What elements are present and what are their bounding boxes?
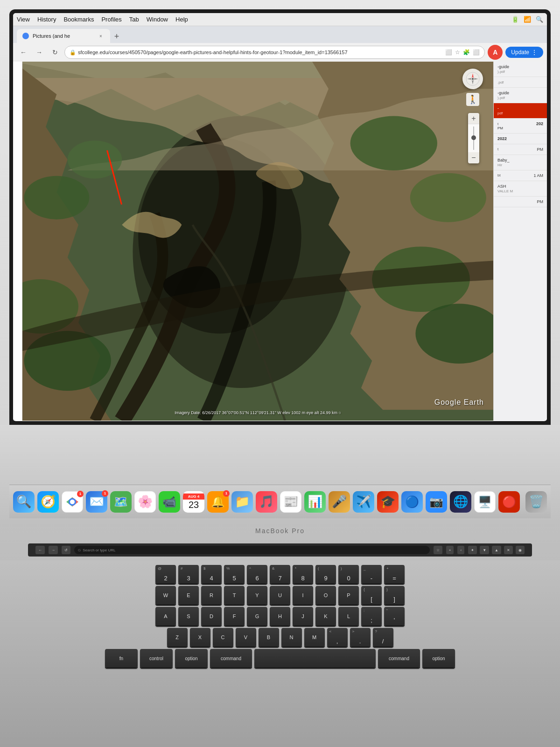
dock-numbers[interactable]: 📊 [304, 491, 326, 513]
dock-facetime[interactable]: 📹 [159, 491, 180, 513]
dock-files[interactable]: 📁 [231, 491, 253, 513]
sidebar-right-item-4[interactable]: t PM 202 [494, 119, 547, 134]
tb-search[interactable]: G Search or type URL [74, 546, 430, 554]
key-equals[interactable]: += [384, 565, 405, 584]
tb-back2[interactable]: ‹ [457, 546, 464, 554]
key-7[interactable]: &7 [270, 565, 290, 584]
dock-app-red[interactable]: 🔴 [498, 491, 520, 513]
dock-app-canvaspro[interactable]: ✈️ [353, 491, 374, 513]
key-cmd-left[interactable]: command [210, 649, 252, 668]
key-slash[interactable]: ?/ [373, 628, 393, 647]
profile-avatar[interactable]: A [488, 45, 503, 60]
key-option[interactable]: option [175, 649, 208, 668]
key-o[interactable]: O [315, 586, 336, 605]
key-s[interactable]: S [178, 607, 199, 626]
key-space[interactable] [254, 649, 376, 668]
key-a[interactable]: A [155, 607, 176, 626]
key-bracket-open[interactable]: {[ [361, 586, 382, 605]
dock-news[interactable]: 📰 [280, 491, 301, 513]
bookmark-icon[interactable]: ☆ [455, 49, 460, 56]
tb-newtab[interactable]: + [446, 546, 454, 554]
tb-favorite[interactable]: ☆ [434, 546, 442, 554]
street-view-person[interactable]: 🚶 [466, 93, 479, 106]
zoom-slider[interactable] [468, 124, 479, 152]
menu-profiles[interactable]: Profiles [101, 16, 121, 23]
sidebar-right-item-9[interactable]: ASH VALLE M [494, 181, 547, 197]
key-comma[interactable]: <, [327, 628, 348, 647]
key-option-right[interactable]: option [422, 649, 455, 668]
dock-safari[interactable]: 🧭 [37, 491, 59, 513]
key-f[interactable]: F [224, 607, 245, 626]
forward-button[interactable]: → [33, 46, 46, 59]
dock-trash[interactable]: 🗑️ [525, 491, 547, 513]
key-period[interactable]: >. [350, 628, 371, 647]
key-9[interactable]: (9 [315, 565, 336, 584]
key-8[interactable]: *8 [293, 565, 313, 584]
menu-history[interactable]: History [37, 16, 56, 23]
sidebar-right-item-6[interactable]: t PM [494, 144, 547, 155]
sidebar-right-item-3[interactable]: - pdf [494, 103, 547, 119]
menu-bookmarks[interactable]: Bookmarks [63, 16, 94, 23]
zoom-thumb[interactable] [471, 135, 476, 140]
key-h[interactable]: H [270, 607, 290, 626]
map-container[interactable]: 🚶 + − Google Earth I [22, 62, 493, 421]
refresh-button[interactable]: ↻ [49, 46, 62, 59]
key-x[interactable]: X [190, 628, 210, 647]
sidebar-right-item-8[interactable]: bt 1 AM [494, 170, 547, 181]
key-dash[interactable]: _- [361, 565, 382, 584]
dock-app-acrobat[interactable]: 🎓 [377, 491, 399, 513]
dock-zoom[interactable]: 📷 [426, 491, 447, 513]
menu-view[interactable]: View [17, 16, 30, 23]
key-z[interactable]: Z [167, 628, 188, 647]
active-tab[interactable]: Pictures (and he × [17, 29, 110, 43]
key-e[interactable]: E [178, 586, 199, 605]
menu-tab[interactable]: Tab [129, 16, 139, 23]
key-l[interactable]: L [338, 607, 359, 626]
menu-help[interactable]: Help [175, 16, 188, 23]
key-ctrl[interactable]: control [140, 649, 173, 668]
dock-keynote[interactable]: 🎤 [329, 491, 350, 513]
key-g[interactable]: G [247, 607, 267, 626]
key-semicolon[interactable]: :; [361, 607, 382, 626]
dock-reminders[interactable]: 🔔 1 [207, 491, 229, 513]
tab-close-button[interactable]: × [97, 32, 105, 40]
url-bar[interactable]: 🔒 sfcollege.edu/courses/450570/pages/goo… [64, 46, 485, 59]
key-i[interactable]: I [293, 586, 313, 605]
key-p[interactable]: P [338, 586, 359, 605]
key-3[interactable]: #3 [178, 565, 199, 584]
dock-mail[interactable]: ✉️ 1 [86, 491, 107, 513]
key-j[interactable]: J [293, 607, 313, 626]
key-n[interactable]: N [281, 628, 302, 647]
key-0[interactable]: )0 [338, 565, 359, 584]
new-tab-button[interactable]: + [110, 30, 123, 43]
dock-chrome[interactable]: 1 [62, 491, 83, 513]
key-k[interactable]: K [315, 607, 336, 626]
menu-window[interactable]: Window [147, 16, 168, 23]
tb-forward[interactable]: → [49, 546, 58, 554]
key-d[interactable]: D [201, 607, 222, 626]
key-2[interactable]: @2 [155, 565, 176, 584]
key-5[interactable]: %5 [224, 565, 245, 584]
key-b[interactable]: B [259, 628, 279, 647]
tb-volume-down[interactable]: ▼ [480, 546, 489, 554]
update-button[interactable]: Update ⋮ [505, 47, 543, 58]
key-quote[interactable]: "' [384, 607, 405, 626]
zoom-in-button[interactable]: + [468, 113, 479, 124]
key-bracket-close[interactable]: }] [384, 586, 405, 605]
key-u[interactable]: U [270, 586, 290, 605]
key-w[interactable]: W [155, 586, 176, 605]
window-icon[interactable]: ⬜ [473, 49, 480, 56]
back-button[interactable]: ← [17, 46, 30, 59]
tb-volume-up[interactable]: ▲ [492, 546, 501, 554]
key-fn[interactable]: fn [105, 649, 138, 668]
dock-photos[interactable]: 🌸 [134, 491, 156, 513]
tb-refresh[interactable]: ↺ [62, 546, 70, 554]
dock-calendar[interactable]: AUG 4 23 [183, 491, 204, 513]
sidebar-right-item-7[interactable]: Baby_ Hir [494, 155, 547, 170]
sidebar-right-item-5[interactable]: 2022 [494, 134, 547, 144]
sidebar-right-item-2[interactable]: -guide ).pdf [494, 88, 547, 103]
key-r[interactable]: R [201, 586, 222, 605]
tb-brightness[interactable]: ✦ [468, 546, 477, 554]
sidebar-right-item-0[interactable]: -guide ).pdf [494, 62, 547, 77]
tb-siri[interactable]: ◉ [516, 546, 525, 554]
